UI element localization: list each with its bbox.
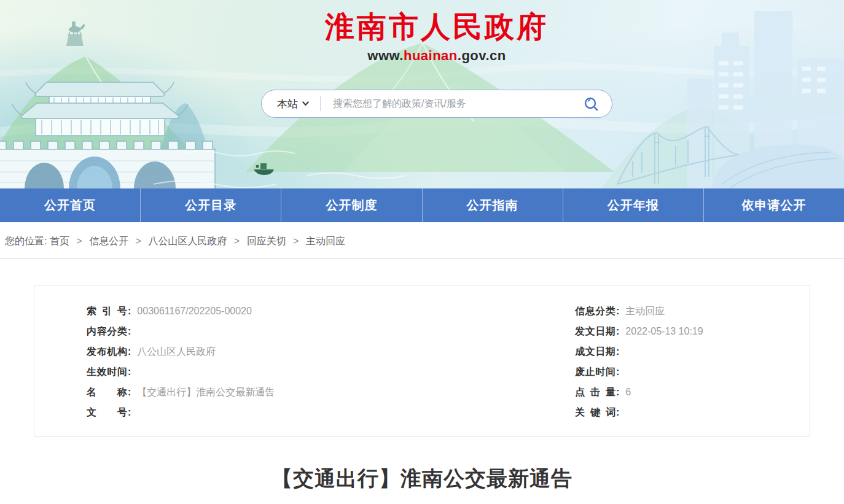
breadcrumb-separator: > [293, 236, 299, 246]
meta-label: 文号 [87, 402, 127, 422]
meta-row-index-number: 索引号:003061167/202205-00020 [87, 301, 575, 321]
search-scope-label: 本站 [277, 97, 298, 111]
nav-item-annual-report[interactable]: 公开年报 [563, 188, 703, 222]
search-bar: 本站 [261, 90, 612, 118]
breadcrumb-prefix: 您的位置: [5, 236, 47, 246]
search-icon [583, 96, 600, 112]
article-title: 【交通出行】淮南公交最新通告 [0, 465, 844, 493]
search-input[interactable] [332, 98, 582, 110]
breadcrumb-item-response-concerns[interactable]: 回应关切 [247, 236, 286, 246]
meta-label: 生效时间 [87, 362, 127, 382]
meta-label: 关键词 [575, 402, 615, 422]
meta-value: 003061167/202205-00020 [137, 306, 252, 316]
nav-item-disclosure-home[interactable]: 公开首页 [0, 188, 140, 222]
search-scope-dropdown[interactable]: 本站 [277, 97, 309, 111]
main-nav: 公开首页 公开目录 公开制度 公开指南 公开年报 依申请公开 [0, 188, 844, 222]
nav-item-disclosure-catalog[interactable]: 公开目录 [140, 188, 281, 222]
meta-row-document-number: 文号: [87, 402, 575, 422]
divider-line [0, 258, 844, 259]
meta-colon: : [616, 326, 619, 336]
meta-value: 【交通出行】淮南公交最新通告 [137, 387, 275, 397]
meta-value: 2022-05-13 10:19 [625, 326, 703, 336]
page: 淮南市人民政府 www.huainan.gov.cn 本站 [0, 0, 844, 493]
breadcrumb-item-info-disclosure[interactable]: 信息公开 [89, 236, 128, 246]
breadcrumb-separator: > [234, 236, 240, 246]
meta-value: 主动回应 [625, 306, 665, 316]
meta-colon: : [128, 387, 131, 397]
chevron-down-icon [302, 101, 309, 106]
meta-colon: : [616, 366, 619, 377]
meta-row-click-count: 点击量:6 [575, 382, 810, 402]
breadcrumb-item-home[interactable]: 首页 [50, 236, 69, 246]
meta-label: 点击量 [575, 382, 615, 402]
breadcrumb-item-bagongshan-government[interactable]: 八公山区人民政府 [148, 236, 227, 246]
meta-column-right: 信息分类:主动回应 发文日期:2022-05-13 10:19 成文日期: 废止… [575, 301, 810, 422]
meta-colon: : [128, 366, 131, 377]
meta-value: 八公山区人民政府 [137, 346, 216, 357]
meta-row-title: 名称:【交通出行】淮南公交最新通告 [87, 382, 575, 402]
meta-colon: : [616, 346, 619, 357]
breadcrumb-separator: > [136, 236, 141, 246]
meta-row-info-category: 信息分类:主动回应 [575, 301, 810, 321]
breadcrumb: 您的位置: 首页 > 信息公开 > 八公山区人民政府 > 回应关切 > 主动回应 [0, 222, 844, 258]
meta-label: 名称 [87, 382, 127, 402]
meta-label: 废止时间 [575, 362, 615, 382]
document-meta-box: 索引号:003061167/202205-00020 内容分类: 发布机构:八公… [34, 285, 810, 437]
meta-value: 6 [625, 387, 631, 397]
meta-label: 索引号 [87, 301, 127, 321]
nav-item-disclosure-guide[interactable]: 公开指南 [422, 188, 563, 222]
site-url-www: www. [367, 48, 404, 63]
site-url-suffix: .gov.cn [458, 48, 506, 63]
meta-colon: : [128, 407, 131, 417]
meta-label: 内容分类 [87, 321, 127, 341]
meta-colon: : [616, 407, 619, 417]
meta-colon: : [128, 346, 131, 357]
meta-column-left: 索引号:003061167/202205-00020 内容分类: 发布机构:八公… [34, 301, 575, 422]
search-button[interactable] [582, 96, 601, 112]
meta-colon: : [128, 306, 131, 316]
meta-row-publish-date: 发文日期:2022-05-13 10:19 [575, 321, 810, 341]
meta-row-written-date: 成文日期: [575, 341, 810, 362]
meta-label: 成文日期 [575, 341, 615, 362]
meta-row-issuing-agency: 发布机构:八公山区人民政府 [87, 341, 575, 362]
site-url-domain: huainan [404, 48, 458, 63]
breadcrumb-separator: > [76, 236, 82, 246]
meta-row-content-category: 内容分类: [87, 321, 575, 341]
meta-label: 发布机构 [87, 341, 127, 362]
site-logo-title[interactable]: 淮南市人民政府 [325, 7, 549, 47]
meta-row-effective-time: 生效时间: [87, 362, 575, 382]
header-content: 淮南市人民政府 www.huainan.gov.cn 本站 [0, 0, 844, 118]
search-divider [320, 96, 321, 111]
meta-row-keywords: 关键词: [575, 402, 810, 422]
meta-colon: : [128, 326, 131, 336]
meta-row-abolition-time: 废止时间: [575, 362, 810, 382]
site-header-banner: 淮南市人民政府 www.huainan.gov.cn 本站 [0, 0, 844, 188]
meta-label: 信息分类 [575, 301, 615, 321]
meta-label: 发文日期 [575, 321, 615, 341]
nav-item-disclosure-upon-request[interactable]: 依申请公开 [703, 188, 844, 222]
meta-colon: : [616, 387, 619, 397]
nav-item-disclosure-rules[interactable]: 公开制度 [281, 188, 421, 222]
meta-colon: : [616, 306, 619, 316]
site-url: www.huainan.gov.cn [29, 48, 844, 64]
breadcrumb-item-active-response[interactable]: 主动回应 [306, 236, 345, 246]
